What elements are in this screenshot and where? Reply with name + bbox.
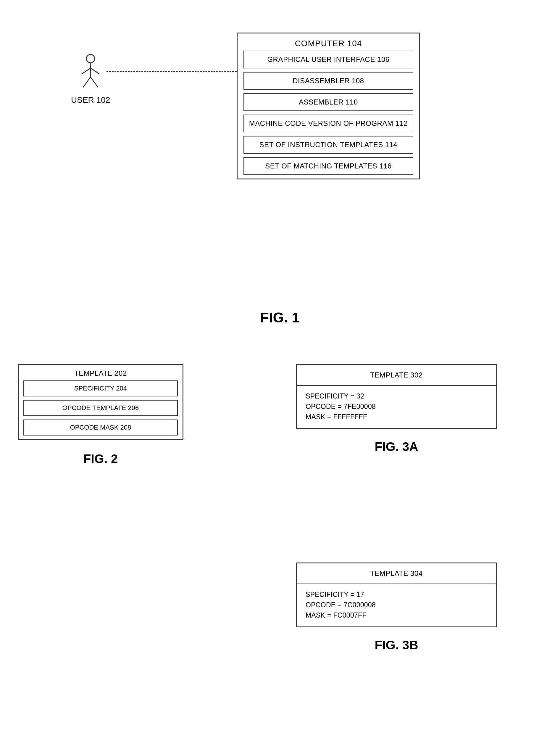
fig2-label: FIG. 2 xyxy=(18,452,184,466)
template302-title: TEMPLATE 302 xyxy=(306,371,487,385)
template302-box: TEMPLATE 302 SPECIFICITY = 32 OPCODE = 7… xyxy=(296,364,497,429)
template302-specificity: SPECIFICITY = 32 xyxy=(306,391,487,402)
fig3b-section: TEMPLATE 304 SPECIFICITY = 17 OPCODE = 7… xyxy=(296,562,497,652)
computer-box: COMPUTER 104 GRAPHICAL USER INTERFACE 10… xyxy=(237,33,420,179)
svg-line-3 xyxy=(90,68,99,74)
dotted-connection-line xyxy=(107,71,237,72)
template302-opcode: OPCODE = 7FE00008 xyxy=(306,402,487,412)
template304-mask: MASK = FC0007FF xyxy=(306,610,487,621)
template202-title: TEMPLATE 202 xyxy=(18,365,183,380)
template304-box: TEMPLATE 304 SPECIFICITY = 17 OPCODE = 7… xyxy=(296,562,497,627)
specificity204-box: SPECIFICITY 204 xyxy=(24,380,178,397)
fig3a-section: TEMPLATE 302 SPECIFICITY = 32 OPCODE = 7… xyxy=(296,364,497,454)
template304-title: TEMPLATE 304 xyxy=(306,569,487,584)
template302-mask: MASK = FFFFFFFF xyxy=(306,412,487,422)
template304-opcode: OPCODE = 7C000008 xyxy=(306,600,487,610)
gui-box: GRAPHICAL USER INTERFACE 106 xyxy=(243,51,413,68)
matching-templates-box: SET OF MATCHING TEMPLATES 116 xyxy=(243,157,413,175)
instruction-templates-box: SET OF INSTRUCTION TEMPLATES 114 xyxy=(243,136,413,154)
fig2-section: TEMPLATE 202 SPECIFICITY 204 OPCODE TEMP… xyxy=(18,364,184,466)
svg-line-5 xyxy=(90,77,98,87)
fig1-label: FIG. 1 xyxy=(0,309,560,326)
stick-figure-svg xyxy=(79,53,103,92)
fig3a-label: FIG. 3A xyxy=(296,440,497,454)
machine-code-box: MACHINE CODE VERSION OF PROGRAM 112 xyxy=(243,115,413,132)
fig3b-label: FIG. 3B xyxy=(296,638,497,652)
svg-point-0 xyxy=(86,54,95,63)
user-figure: USER 102 xyxy=(71,53,110,105)
template304-specificity: SPECIFICITY = 17 xyxy=(306,590,487,600)
assembler-box: ASSEMBLER 110 xyxy=(243,93,413,111)
svg-line-2 xyxy=(82,68,90,74)
fig1-section: USER 102 COMPUTER 104 GRAPHICAL USER INT… xyxy=(0,18,560,343)
user-label: USER 102 xyxy=(71,95,110,105)
opcode-mask208-box: OPCODE MASK 208 xyxy=(24,419,178,436)
opcode-template206-box: OPCODE TEMPLATE 206 xyxy=(24,400,178,416)
template202-box: TEMPLATE 202 SPECIFICITY 204 OPCODE TEMP… xyxy=(18,364,184,440)
disassembler-box: DISASSEMBLER 108 xyxy=(243,72,413,90)
computer-title: COMPUTER 104 xyxy=(238,33,419,51)
svg-line-4 xyxy=(83,77,90,87)
